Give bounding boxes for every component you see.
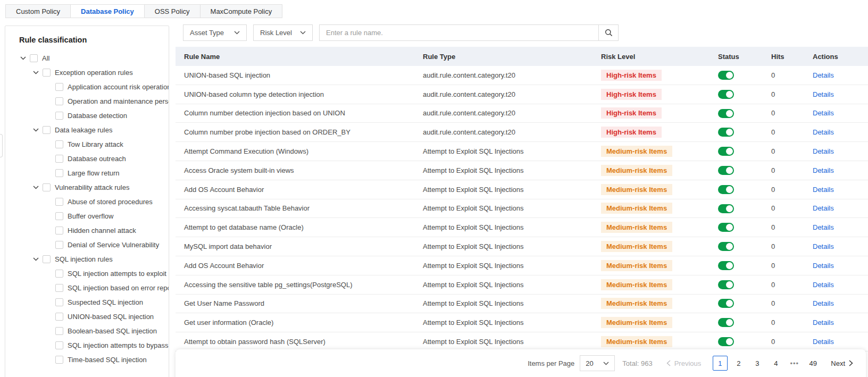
chevron-down-icon[interactable] [20, 56, 30, 60]
actions-cell: Details [808, 166, 868, 174]
checkbox[interactable] [55, 284, 63, 292]
tree-item-label[interactable]: SQL injection attempts to exploit [68, 270, 166, 278]
details-link[interactable]: Details [813, 128, 834, 136]
tab-custom-policy[interactable]: Custom Policy [5, 4, 71, 18]
checkbox[interactable] [55, 198, 63, 206]
page-button-4[interactable]: 4 [769, 356, 783, 371]
checkbox[interactable] [55, 313, 63, 321]
checkbox[interactable] [55, 241, 63, 249]
risk-level-select[interactable]: Risk Level [253, 24, 313, 41]
checkbox[interactable] [43, 126, 51, 134]
tree-item-label[interactable]: Abuse of stored procedures [68, 198, 153, 206]
tree-item-label[interactable]: Hidden channel attack [68, 227, 136, 234]
chevron-down-icon[interactable] [33, 71, 43, 74]
details-link[interactable]: Details [813, 147, 834, 155]
tree-item-label[interactable]: SQL injection based on error reporting [68, 284, 169, 292]
status-toggle-on[interactable] [718, 109, 734, 118]
status-toggle-on[interactable] [718, 299, 734, 308]
tree-item-label[interactable]: Large flow return [68, 169, 120, 177]
tree-item-label[interactable]: SQL injection rules [55, 255, 113, 263]
checkbox[interactable] [55, 155, 63, 163]
details-link[interactable]: Details [813, 319, 834, 326]
checkbox[interactable] [43, 183, 51, 191]
rule-search-input[interactable] [319, 24, 599, 41]
status-toggle-on[interactable] [718, 166, 734, 175]
chevron-down-icon[interactable] [33, 186, 43, 189]
tree-item-label[interactable]: Database outreach [68, 155, 126, 163]
status-toggle-on[interactable] [718, 242, 734, 251]
tree-item-label[interactable]: Database detection [68, 112, 127, 120]
tree-item-label[interactable]: Time-based SQL injection [68, 356, 147, 364]
tree-item-label[interactable]: Vulnerability attack rules [55, 183, 129, 191]
risk-level-badge: Medium-risk Items [601, 298, 672, 309]
sidebar-collapse-handle[interactable] [0, 134, 3, 157]
previous-page-button[interactable]: Previous [666, 359, 702, 367]
tree-item-label[interactable]: Application account risk operation [68, 83, 169, 91]
checkbox[interactable] [55, 298, 63, 306]
page-ellipsis[interactable]: ••• [787, 356, 802, 371]
search-button[interactable] [599, 24, 619, 41]
tree-item-label[interactable]: UNION-based SQL injection [68, 313, 154, 321]
checkbox[interactable] [55, 270, 63, 278]
status-toggle-on[interactable] [718, 280, 734, 289]
tree-item-label[interactable]: Operation and maintenance personnel ri [68, 97, 169, 105]
checkbox[interactable] [55, 327, 63, 335]
status-toggle-on[interactable] [718, 261, 734, 270]
tab-database-policy[interactable]: Database Policy [70, 4, 145, 18]
chevron-down-icon[interactable] [33, 257, 43, 261]
chevron-down-icon[interactable] [33, 128, 43, 132]
page-button-49[interactable]: 49 [806, 356, 821, 371]
tree-item-label[interactable]: Data leakage rules [55, 126, 112, 134]
status-toggle-on[interactable] [718, 337, 734, 346]
tab-maxcompute-policy[interactable]: MaxCompute Policy [200, 4, 283, 18]
checkbox[interactable] [43, 255, 51, 263]
tree-item-label[interactable]: Denial of Service Vulnerability [68, 241, 159, 249]
details-link[interactable]: Details [813, 299, 834, 307]
checkbox[interactable] [55, 341, 63, 349]
details-link[interactable]: Details [813, 281, 834, 289]
tree-item-label[interactable]: Boolean-based SQL injection [68, 327, 157, 335]
checkbox[interactable] [55, 227, 63, 234]
tree-item-label[interactable]: Exception operation rules [55, 69, 133, 77]
tree-item-label[interactable]: Suspected SQL injection [68, 298, 143, 306]
status-toggle-on[interactable] [718, 128, 734, 137]
rule-search [319, 24, 619, 41]
asset-type-select[interactable]: Asset Type [183, 24, 247, 41]
details-link[interactable]: Details [813, 71, 834, 79]
status-toggle-on[interactable] [718, 223, 734, 232]
page-button-3[interactable]: 3 [750, 356, 765, 371]
tab-oss-policy[interactable]: OSS Policy [144, 4, 201, 18]
checkbox[interactable] [30, 54, 38, 62]
status-toggle-on[interactable] [718, 204, 734, 213]
details-link[interactable]: Details [813, 204, 834, 212]
details-link[interactable]: Details [813, 109, 834, 117]
details-link[interactable]: Details [813, 186, 834, 194]
details-link[interactable]: Details [813, 223, 834, 231]
status-toggle-on[interactable] [718, 71, 734, 80]
next-page-button[interactable]: Next [831, 359, 853, 367]
status-toggle-on[interactable] [718, 147, 734, 156]
page-button-1[interactable]: 1 [713, 356, 728, 371]
checkbox[interactable] [55, 212, 63, 220]
tree-item-label[interactable]: All [42, 54, 49, 62]
details-link[interactable]: Details [813, 166, 834, 174]
checkbox[interactable] [55, 112, 63, 120]
page-size-select[interactable]: 20 [580, 355, 615, 371]
status-toggle-on[interactable] [718, 185, 734, 194]
tree-item-label[interactable]: SQL injection attempts to bypass [68, 341, 169, 349]
tree-item-label[interactable]: Buffer overflow [68, 212, 113, 220]
status-toggle-on[interactable] [718, 318, 734, 327]
checkbox[interactable] [55, 83, 63, 91]
details-link[interactable]: Details [813, 338, 834, 346]
details-link[interactable]: Details [813, 242, 834, 250]
checkbox[interactable] [55, 97, 63, 105]
details-link[interactable]: Details [813, 90, 834, 98]
tree-item-label[interactable]: Tow Library attack [68, 140, 123, 148]
status-toggle-on[interactable] [718, 90, 734, 99]
checkbox[interactable] [55, 169, 63, 177]
checkbox[interactable] [55, 356, 63, 364]
details-link[interactable]: Details [813, 262, 834, 270]
checkbox[interactable] [43, 69, 51, 77]
checkbox[interactable] [55, 140, 63, 148]
page-button-2[interactable]: 2 [731, 356, 746, 371]
